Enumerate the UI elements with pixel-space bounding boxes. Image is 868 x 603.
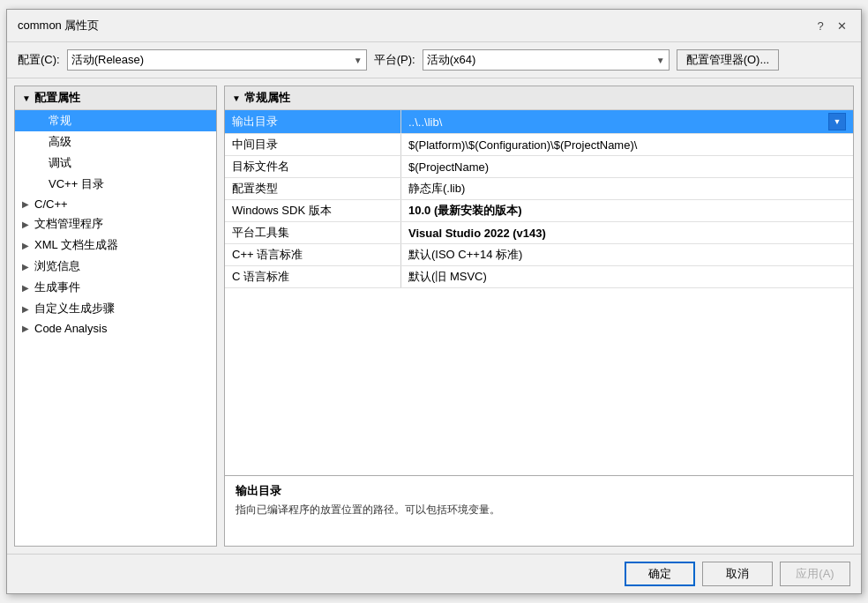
- sidebar-item-build[interactable]: ▶生成事件: [15, 277, 216, 298]
- dialog-title: common 属性页: [18, 18, 99, 34]
- property-value-cell: $(Platform)\$(Configuration)\$(ProjectNa…: [401, 134, 853, 155]
- expand-icon: ▶: [22, 283, 31, 293]
- platform-value: 活动(x64): [427, 52, 476, 68]
- property-name: C++ 语言标准: [225, 244, 401, 265]
- left-panel-header: ▼ 配置属性: [15, 86, 216, 110]
- sidebar-item-label: 调试: [49, 155, 71, 171]
- sidebar-item-label: 生成事件: [34, 279, 80, 295]
- ok-button[interactable]: 确定: [625, 562, 695, 586]
- description-title: 输出目录: [236, 483, 842, 499]
- title-bar: common 属性页 ? ✕: [7, 10, 861, 42]
- right-panel-header: ▼ 常规属性: [225, 86, 853, 110]
- property-value: 默认(旧 MSVC): [408, 269, 487, 285]
- table-row[interactable]: 平台工具集Visual Studio 2022 (v143): [225, 222, 853, 244]
- sidebar-item-code[interactable]: ▶Code Analysis: [15, 319, 216, 338]
- property-value-cell: 静态库(.lib): [401, 178, 853, 199]
- property-value-cell: 默认(旧 MSVC): [401, 266, 853, 287]
- config-dropdown-arrow: ▼: [354, 56, 363, 65]
- properties-container: 输出目录..\..\lib\▼中间目录$(Platform)\$(Configu…: [225, 110, 853, 475]
- platform-dropdown-arrow: ▼: [656, 56, 665, 65]
- property-value: $(Platform)\$(Configuration)\$(ProjectNa…: [408, 138, 637, 152]
- close-button[interactable]: ✕: [833, 17, 850, 34]
- sidebar-item-label: 自定义生成步骤: [34, 301, 115, 316]
- title-bar-controls: ? ✕: [812, 17, 850, 34]
- collapse-icon: ▼: [22, 93, 31, 103]
- sidebar-item-linker[interactable]: ▶文档管理程序: [15, 213, 216, 234]
- property-dropdown-button[interactable]: ▼: [828, 113, 846, 130]
- sidebar-item-custom[interactable]: ▶自定义生成步骤: [15, 298, 216, 319]
- table-row[interactable]: 输出目录..\..\lib\▼: [225, 110, 853, 134]
- property-value: 默认(ISO C++14 标准): [408, 247, 522, 263]
- property-value: ..\..\lib\: [408, 115, 442, 129]
- left-panel: ▼ 配置属性 常规高级调试VC++ 目录▶C/C++▶文档管理程序▶XML 文档…: [14, 86, 217, 547]
- right-panel: ▼ 常规属性 输出目录..\..\lib\▼中间目录$(Platform)\$(…: [224, 86, 854, 547]
- description-panel: 输出目录 指向已编译程序的放置位置的路径。可以包括环境变量。: [225, 475, 853, 546]
- sidebar-item-label: XML 文档生成器: [34, 237, 118, 253]
- property-value-cell: ..\..\lib\▼: [401, 110, 853, 133]
- dialog: common 属性页 ? ✕ 配置(C): 活动(Release) ▼ 平台(P…: [6, 9, 862, 594]
- sidebar-item-label: Code Analysis: [34, 322, 107, 335]
- main-content: ▼ 配置属性 常规高级调试VC++ 目录▶C/C++▶文档管理程序▶XML 文档…: [7, 78, 861, 554]
- table-row[interactable]: Windows SDK 版本10.0 (最新安装的版本): [225, 200, 853, 222]
- toolbar: 配置(C): 活动(Release) ▼ 平台(P): 活动(x64) ▼ 配置…: [7, 42, 861, 78]
- platform-dropdown[interactable]: 活动(x64) ▼: [423, 49, 670, 71]
- sidebar-item-gen[interactable]: 常规: [15, 110, 216, 131]
- sidebar-item-browse[interactable]: ▶浏览信息: [15, 256, 216, 277]
- table-row[interactable]: 中间目录$(Platform)\$(Configuration)\$(Proje…: [225, 134, 853, 156]
- sidebar-item-label: VC++ 目录: [49, 176, 104, 192]
- property-name: 平台工具集: [225, 222, 401, 243]
- expand-icon: ▶: [22, 262, 31, 272]
- help-button[interactable]: ?: [812, 17, 829, 34]
- sidebar-item-vc[interactable]: VC++ 目录: [15, 174, 216, 195]
- expand-icon: ▶: [22, 199, 31, 209]
- property-value-cell: 默认(ISO C++14 标准): [401, 244, 853, 265]
- left-panel-title: 配置属性: [34, 90, 80, 106]
- property-name: 输出目录: [225, 110, 401, 133]
- sidebar-item-cpp[interactable]: ▶C/C++: [15, 195, 216, 213]
- sidebar-item-debug[interactable]: 调试: [15, 153, 216, 174]
- tree-container: 常规高级调试VC++ 目录▶C/C++▶文档管理程序▶XML 文档生成器▶浏览信…: [15, 110, 216, 338]
- property-value-cell: Visual Studio 2022 (v143): [401, 222, 853, 243]
- expand-icon: ▶: [22, 220, 31, 229]
- footer: 确定 取消 应用(A): [7, 554, 861, 593]
- sidebar-item-xml[interactable]: ▶XML 文档生成器: [15, 234, 216, 256]
- config-value: 活动(Release): [71, 52, 144, 68]
- config-label: 配置(C):: [18, 52, 60, 68]
- table-row[interactable]: 目标文件名$(ProjectName): [225, 156, 853, 178]
- property-value-cell: 10.0 (最新安装的版本): [401, 200, 853, 221]
- property-name: 目标文件名: [225, 156, 401, 177]
- apply-button[interactable]: 应用(A): [780, 562, 850, 586]
- right-expand-icon: ▼: [232, 93, 241, 103]
- property-value-cell: $(ProjectName): [401, 156, 853, 177]
- property-name: 配置类型: [225, 178, 401, 199]
- table-row[interactable]: C++ 语言标准默认(ISO C++14 标准): [225, 244, 853, 266]
- sidebar-item-label: 浏览信息: [34, 258, 80, 274]
- description-text: 指向已编译程序的放置位置的路径。可以包括环境变量。: [236, 502, 842, 517]
- property-value: 10.0 (最新安装的版本): [408, 203, 522, 219]
- expand-icon: ▶: [22, 304, 31, 314]
- config-manager-button[interactable]: 配置管理器(O)...: [677, 49, 780, 71]
- sidebar-item-label: C/C++: [34, 197, 68, 211]
- property-name: Windows SDK 版本: [225, 200, 401, 221]
- table-row[interactable]: 配置类型静态库(.lib): [225, 178, 853, 200]
- property-value: $(ProjectName): [408, 160, 489, 174]
- property-name: 中间目录: [225, 134, 401, 155]
- property-value: Visual Studio 2022 (v143): [408, 227, 546, 240]
- cancel-button[interactable]: 取消: [702, 562, 773, 586]
- platform-label: 平台(P):: [374, 52, 415, 68]
- sidebar-item-label: 常规: [49, 113, 71, 129]
- expand-icon: ▶: [22, 324, 31, 333]
- table-row[interactable]: C 语言标准默认(旧 MSVC): [225, 266, 853, 288]
- config-dropdown[interactable]: 活动(Release) ▼: [67, 49, 367, 71]
- sidebar-item-label: 高级: [49, 134, 71, 150]
- property-value: 静态库(.lib): [408, 181, 465, 197]
- expand-icon: ▶: [22, 241, 31, 250]
- right-panel-title: 常规属性: [244, 90, 290, 106]
- sidebar-item-adv[interactable]: 高级: [15, 131, 216, 153]
- sidebar-item-label: 文档管理程序: [34, 216, 103, 232]
- property-name: C 语言标准: [225, 266, 401, 287]
